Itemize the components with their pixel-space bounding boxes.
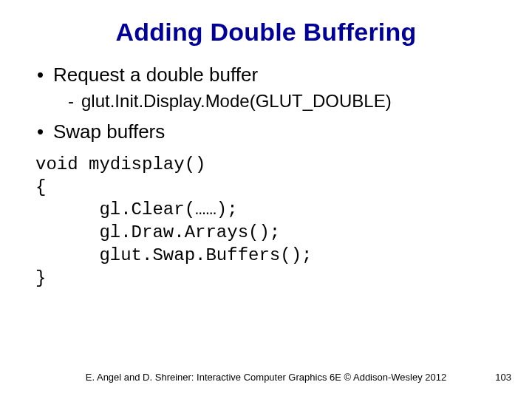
slide: Adding Double Buffering •Request a doubl…: [0, 0, 532, 399]
bullet-swap-buffers: •Swap buffers: [37, 120, 508, 144]
slide-title: Adding Double Buffering: [24, 18, 508, 47]
page-number: 103: [495, 372, 511, 383]
footer-credit: E. Angel and D. Shreiner: Interactive Co…: [0, 372, 532, 383]
bullet-dot-icon: •: [37, 120, 53, 144]
bullet-text: Swap buffers: [53, 120, 165, 143]
subbullet-glut-init: -glut.Init.Display.Mode(GLUT_DOUBLE): [68, 90, 508, 112]
code-line: void mydisplay(): [35, 154, 205, 174]
code-line: glut.Swap.Buffers();: [35, 245, 312, 265]
slide-footer: E. Angel and D. Shreiner: Interactive Co…: [0, 372, 532, 383]
code-line: {: [35, 177, 46, 197]
code-line: }: [35, 268, 46, 288]
bullet-request-double-buffer: •Request a double buffer: [37, 63, 508, 87]
subbullet-text: glut.Init.Display.Mode(GLUT_DOUBLE): [81, 91, 392, 111]
slide-body: •Request a double buffer -glut.Init.Disp…: [31, 63, 508, 290]
code-line: gl.Draw.Arrays();: [35, 222, 280, 242]
bullet-dot-icon: •: [37, 63, 53, 87]
bullet-dash-icon: -: [68, 90, 81, 112]
bullet-text: Request a double buffer: [53, 64, 258, 86]
code-block: void mydisplay() { gl.Clear(……); gl.Draw…: [35, 154, 508, 290]
code-line: gl.Clear(……);: [35, 200, 238, 219]
